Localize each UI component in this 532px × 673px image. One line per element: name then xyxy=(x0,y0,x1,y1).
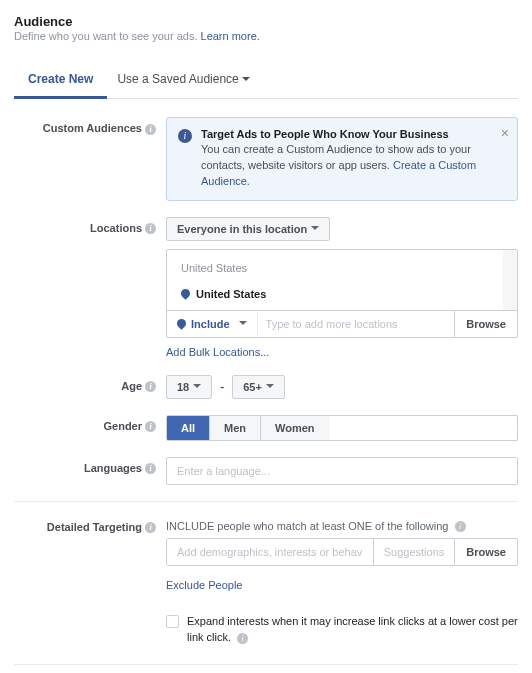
gender-men[interactable]: Men xyxy=(210,416,261,440)
gender-all[interactable]: All xyxy=(167,416,210,440)
close-icon[interactable]: × xyxy=(501,125,509,141)
pin-icon xyxy=(175,317,188,330)
custom-audiences-label: Custom Audiencesi xyxy=(14,117,166,201)
expand-interests-checkbox[interactable] xyxy=(166,615,179,628)
locations-label: Locationsi xyxy=(14,217,166,359)
detailed-targeting-label: Detailed Targetingi xyxy=(14,520,166,646)
info-icon[interactable]: i xyxy=(145,381,156,392)
page-subtitle: Define who you want to see your ads. Lea… xyxy=(14,30,518,42)
add-bulk-locations-link[interactable]: Add Bulk Locations... xyxy=(166,346,269,358)
divider xyxy=(14,501,518,502)
age-min-dropdown[interactable]: 18 xyxy=(166,375,212,399)
custom-audience-notice: i × Target Ads to People Who Know Your B… xyxy=(166,117,518,201)
age-max-dropdown[interactable]: 65+ xyxy=(232,375,285,399)
tab-saved-audience[interactable]: Use a Saved Audience xyxy=(107,64,263,98)
pin-icon xyxy=(179,287,192,300)
info-icon[interactable]: i xyxy=(237,633,248,644)
info-icon[interactable]: i xyxy=(145,421,156,432)
page-title: Audience xyxy=(14,14,518,29)
divider xyxy=(14,664,518,665)
audience-tabs: Create New Use a Saved Audience xyxy=(14,64,518,99)
include-dropdown[interactable]: Include xyxy=(167,312,258,336)
languages-label: Languagesi xyxy=(14,457,166,485)
location-scope-dropdown[interactable]: Everyone in this location xyxy=(166,217,330,241)
suggestions-button[interactable]: Suggestions xyxy=(373,539,455,565)
detailed-targeting-input[interactable] xyxy=(167,539,373,565)
location-group: United States xyxy=(167,250,517,282)
learn-more-link[interactable]: Learn more. xyxy=(201,30,260,42)
gender-toggle: All Men Women xyxy=(166,415,518,441)
gender-label: Genderi xyxy=(14,415,166,441)
info-icon[interactable]: i xyxy=(145,522,156,533)
browse-targeting-button[interactable]: Browse xyxy=(454,539,517,565)
info-icon[interactable]: i xyxy=(145,223,156,234)
chevron-down-icon xyxy=(242,77,250,85)
chevron-down-icon xyxy=(311,226,319,234)
info-icon: i xyxy=(178,129,192,143)
browse-locations-button[interactable]: Browse xyxy=(454,311,517,337)
gender-women[interactable]: Women xyxy=(261,416,329,440)
location-item[interactable]: United States xyxy=(167,282,517,310)
info-icon[interactable]: i xyxy=(455,521,466,532)
chevron-down-icon xyxy=(239,321,247,329)
tab-create-new[interactable]: Create New xyxy=(14,64,107,99)
info-icon[interactable]: i xyxy=(145,463,156,474)
info-icon[interactable]: i xyxy=(145,124,156,135)
languages-input[interactable] xyxy=(166,457,518,485)
location-input[interactable] xyxy=(258,311,455,337)
chevron-down-icon xyxy=(193,384,201,392)
age-label: Agei xyxy=(14,375,166,399)
locations-box: United States United States Include Brow… xyxy=(166,249,518,338)
chevron-down-icon xyxy=(266,384,274,392)
exclude-people-link[interactable]: Exclude People xyxy=(166,579,242,591)
